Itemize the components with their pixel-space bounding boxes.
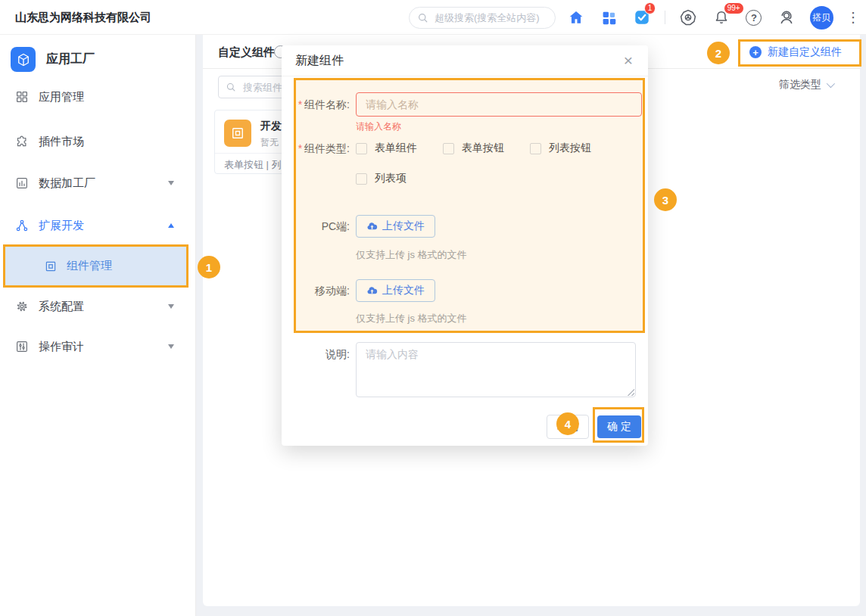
type-options-row-1: 表单组件 表单按钮 列表按钮 [356,137,591,160]
chevron-up-icon [168,223,174,228]
mobile-upload-button[interactable]: 上传文件 [356,279,435,302]
sidebar-item-system-config[interactable]: 系统配置 [0,295,195,318]
sidebar-item-data-factory[interactable]: 数据加工厂 [0,172,195,194]
more-menu-icon[interactable]: ⋮ [846,11,860,24]
sidebar-item-label: 插件市场 [39,135,84,149]
pc-upload-button[interactable]: 上传文件 [356,215,435,238]
sidebar-item-operation-audit[interactable]: 操作审计 [0,335,195,358]
sidebar-item-extension-dev[interactable]: 扩展开发 [0,214,195,237]
pc-upload-hint: 仅支持上传 js 格式的文件 [356,248,467,262]
required-mark: * [298,142,302,154]
chevron-down-icon [168,304,174,309]
mobile-upload-hint: 仅支持上传 js 格式的文件 [356,312,467,325]
tab-custom-components[interactable]: 自定义组件 [218,35,275,69]
component-types: 表单按钮 | 列 [224,158,282,172]
customer-service-icon[interactable] [777,8,796,27]
create-button-label: 新建自定义组件 [768,45,842,59]
sidebar-brand: 应用工厂 [11,47,95,72]
sidebar-item-label: 系统配置 [39,300,84,314]
description-field-label: 说明: [282,342,350,366]
gear-icon [15,300,29,313]
checkbox-list-item[interactable]: 列表项 [356,172,407,185]
required-mark: * [298,98,302,110]
grid-icon [15,90,29,104]
checkbox-list-button[interactable]: 列表按钮 [530,142,591,155]
description-textarea[interactable] [356,342,636,397]
component-name-input[interactable] [356,92,642,117]
name-field-label: *组件名称: [282,92,350,117]
modal-header: 新建组件 [282,45,648,76]
plus-icon: + [749,46,762,58]
component-subtitle: 暂无 [260,136,279,149]
mobile-field-label: 移动端: [282,279,350,302]
checkbox-icon[interactable] [356,143,367,154]
cloud-upload-icon [366,285,378,297]
sidebar-item-component-manage[interactable]: 组件管理 [3,244,188,288]
sidebar-item-label: 组件管理 [67,259,112,273]
chevron-down-icon [168,344,174,349]
component-title: 开发 [260,120,282,133]
home-icon[interactable] [566,8,586,27]
filter-label: 筛选类型 [779,78,821,92]
modal-title: 新建组件 [295,53,344,69]
sidebar-item-label: 操作审计 [39,340,84,354]
close-icon[interactable]: × [619,51,637,69]
global-search[interactable] [409,7,556,29]
cloud-upload-icon [366,221,378,232]
type-options-row-2: 列表项 [356,167,407,190]
checkbox-icon[interactable] [443,143,454,154]
checkbox-icon[interactable] [356,173,367,185]
sliders-icon [15,340,29,353]
bell-badge: 99+ [724,2,744,14]
type-field-label: *组件类型: [282,137,350,160]
topbar-icons: 1 99+ ? [566,0,860,35]
apps-grid-icon[interactable] [599,8,618,27]
pc-field-label: PC端: [282,215,350,238]
new-component-modal: 新建组件 × *组件名称: 请输入名称 *组件类型: 表单组件 表单按钮 列表按… [282,45,648,446]
puzzle-icon [15,135,29,148]
todo-check-icon[interactable]: 1 [632,8,652,27]
brand-name: 应用工厂 [46,51,95,67]
chevron-down-icon [168,181,174,185]
workbench-icon[interactable] [678,8,698,27]
confirm-button[interactable]: 确 定 [597,415,641,438]
chevron-down-icon [827,79,835,88]
todo-badge: 1 [644,2,656,14]
search-icon [226,82,236,92]
cancel-button[interactable]: 取消 [547,415,589,439]
topbar-divider [665,11,665,24]
notifications-bell-icon[interactable]: 99+ [712,8,731,27]
sidebar-item-app-manage[interactable]: 应用管理 [0,86,195,108]
help-icon[interactable]: ? [744,8,764,27]
top-bar: 山东思为网络科技有限公司 1 [0,0,866,35]
nodes-icon [15,219,29,232]
cube-icon [11,47,36,72]
filter-type-dropdown[interactable]: 筛选类型 [779,76,833,94]
sidebar-item-label: 扩展开发 [39,219,84,233]
checkbox-icon[interactable] [530,143,541,154]
create-custom-component-button[interactable]: + 新建自定义组件 [745,41,846,64]
sidebar-item-label: 数据加工厂 [39,176,95,191]
search-icon [417,12,428,23]
checkbox-form-button[interactable]: 表单按钮 [443,142,504,155]
global-search-input[interactable] [433,11,547,24]
component-icon [44,260,58,273]
checkbox-form-component[interactable]: 表单组件 [356,142,417,155]
sidebar-item-label: 应用管理 [39,90,84,104]
company-name: 山东思为网络科技有限公司 [15,0,151,35]
name-error-text: 请输入名称 [356,120,401,133]
sidebar-item-plugin-market[interactable]: 插件市场 [0,130,195,153]
user-avatar[interactable]: 搭贝 [810,6,833,30]
sidebar: 应用工厂 应用管理 插件市场 数据加工厂 扩展开发 组件管理 [0,35,196,616]
component-card-icon [224,120,251,147]
app-screen: 山东思为网络科技有限公司 1 [0,0,866,616]
bar-chart-icon [15,176,29,190]
